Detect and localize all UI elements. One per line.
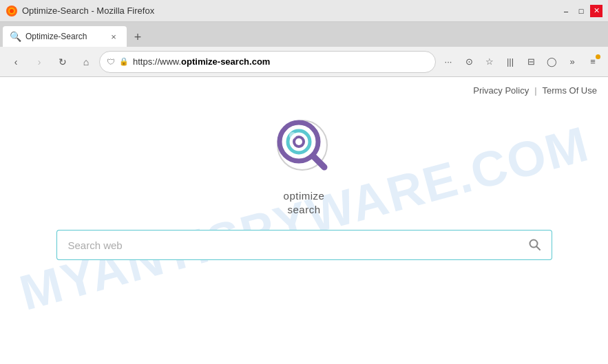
extensions-button[interactable]: » xyxy=(563,52,582,72)
window-title: Optimize-Search - Mozilla Firefox xyxy=(22,6,154,16)
title-bar: Optimize-Search - Mozilla Firefox – □ ✕ xyxy=(0,0,608,22)
svg-point-9 xyxy=(289,132,296,139)
terms-of-use-link[interactable]: Terms Of Use xyxy=(543,85,597,96)
nav-right-icons: ··· ⊙ ☆ ||| ⊟ ◯ » ≡ xyxy=(439,52,602,72)
nav-bar: ‹ › ↻ ⌂ 🛡 🔒 https://www.optimize-search.… xyxy=(0,47,608,77)
top-links: Privacy Policy | Terms Of Use xyxy=(0,77,608,96)
firefox-icon xyxy=(6,5,18,17)
title-bar-controls: – □ ✕ xyxy=(560,5,602,17)
active-tab[interactable]: 🔍 Optimize-Search × xyxy=(3,26,127,47)
shield-icon: 🛡 xyxy=(107,57,115,67)
tab-favicon: 🔍 xyxy=(10,31,21,42)
back-button[interactable]: ‹ xyxy=(6,52,26,72)
address-bar[interactable]: 🛡 🔒 https://www.optimize-search.com xyxy=(99,51,436,73)
account-button[interactable]: ◯ xyxy=(542,52,561,72)
lock-icon: 🔒 xyxy=(119,57,129,66)
optimize-search-logo xyxy=(266,109,342,185)
search-area xyxy=(56,230,552,260)
svg-point-7 xyxy=(295,138,302,145)
svg-point-2 xyxy=(10,9,14,13)
search-icon xyxy=(528,238,542,252)
more-button[interactable]: ··· xyxy=(439,52,458,72)
search-button[interactable] xyxy=(519,230,552,260)
reload-button[interactable]: ↻ xyxy=(52,52,73,72)
forward-button[interactable]: › xyxy=(29,52,50,72)
library-button[interactable]: ||| xyxy=(501,52,520,72)
logo-text: optimize search xyxy=(284,189,325,216)
search-input[interactable] xyxy=(56,230,519,260)
close-button[interactable]: ✕ xyxy=(590,5,602,17)
privacy-policy-link[interactable]: Privacy Policy xyxy=(473,85,529,96)
links-separator: | xyxy=(534,85,536,96)
svg-line-11 xyxy=(537,247,541,250)
tab-label: Optimize-Search xyxy=(25,32,103,41)
url-text: https://www.optimize-search.com xyxy=(133,56,428,67)
sync-tabs-button[interactable]: ⊟ xyxy=(521,52,541,72)
pocket-button[interactable]: ⊙ xyxy=(459,52,479,72)
tab-bar: 🔍 Optimize-Search × + xyxy=(0,22,608,47)
home-button[interactable]: ⌂ xyxy=(76,52,96,72)
page-content: MYANTISPYWARE.COM Privacy Policy | Terms… xyxy=(0,77,608,364)
title-bar-left: Optimize-Search - Mozilla Firefox xyxy=(6,5,154,17)
minimize-button[interactable]: – xyxy=(560,5,572,17)
tab-close-button[interactable]: × xyxy=(107,30,120,43)
bookmark-button[interactable]: ☆ xyxy=(480,52,499,72)
menu-button[interactable]: ≡ xyxy=(583,52,602,72)
new-tab-button[interactable]: + xyxy=(128,28,147,47)
logo-text-line1: optimize xyxy=(284,190,325,202)
logo-text-line2: search xyxy=(287,204,320,215)
maximize-button[interactable]: □ xyxy=(575,5,587,17)
logo-area: optimize search xyxy=(266,109,342,216)
